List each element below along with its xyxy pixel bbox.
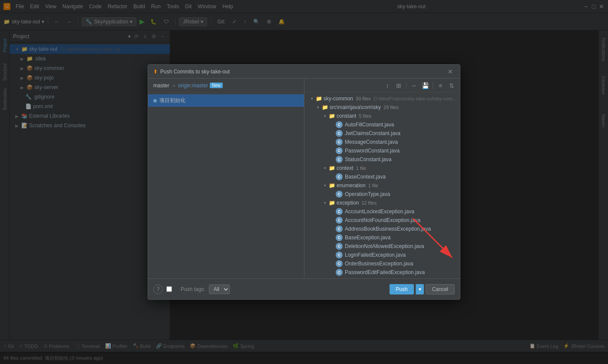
- file-row-context[interactable]: ▾ 📁 context 1 file: [304, 164, 460, 172]
- file-row-deletion[interactable]: ▾ C DeletionNotAllowedException.java: [304, 242, 460, 251]
- login-failed-java-icon: C: [336, 251, 343, 258]
- exception-count: 12 files: [361, 200, 377, 205]
- base-exception-java-icon: C: [336, 234, 343, 241]
- branch-from: master: [153, 83, 169, 89]
- expand-all-btn[interactable]: ↕: [383, 81, 392, 90]
- deletion-java-icon: C: [336, 243, 343, 250]
- dialog-right-toolbar: ↕ ⊞ ↔ 💾 ≡ ⇅: [304, 79, 460, 93]
- addressbook-name: AddressBookBusinessException.java: [345, 226, 431, 232]
- file-row-login-failed[interactable]: ▾ C LoginFailedException.java: [304, 251, 460, 259]
- push-button[interactable]: Push: [390, 284, 413, 295]
- commit-item-0[interactable]: 项目初始化: [148, 94, 304, 107]
- dialog-close-btn[interactable]: ✕: [446, 67, 455, 76]
- sky-common-tree-arrow: ▾: [309, 96, 315, 101]
- jwt-java-icon: C: [336, 130, 343, 137]
- push-dialog: ⬆ Push Commits to sky-take-out ✕ master …: [148, 64, 460, 300]
- src-name: src\main\java\com\sky: [330, 104, 381, 110]
- branch-origin[interactable]: origin: [178, 83, 191, 89]
- file-row-operation-type[interactable]: ▾ C OperationType.java: [304, 190, 460, 199]
- push-dropdown-btn[interactable]: ▾: [416, 284, 424, 295]
- addressbook-java-icon: C: [336, 225, 343, 232]
- file-row-exception[interactable]: ▾ 📁 exception 12 files: [304, 199, 460, 207]
- tags-select[interactable]: All: [209, 285, 230, 294]
- account-notfound-name: AccountNotFoundException.java: [345, 217, 420, 223]
- toolbar-sep2: [433, 82, 433, 89]
- password-edit-java-icon: C: [336, 269, 343, 276]
- push-tags-label: Push tags:: [181, 286, 205, 292]
- dialog-branch-header: master → origin : master New: [148, 79, 304, 93]
- context-name: context: [337, 165, 354, 171]
- file-row-base-context[interactable]: ▾ C BaseContext.java: [304, 172, 460, 181]
- file-row-account-notfound[interactable]: ▾ C AccountNotFoundException.java: [304, 216, 460, 225]
- filter-btn[interactable]: ≡: [436, 81, 445, 90]
- dialog-left-panel: master → origin : master New 项目初始化: [148, 79, 304, 278]
- file-row-enumeration[interactable]: ▾ 📁 enumeration 1 file: [304, 181, 460, 190]
- toolbar-sep: [406, 82, 406, 89]
- cancel-button[interactable]: Cancel: [426, 284, 455, 295]
- status-const-name: StatusConstant.java: [345, 156, 391, 162]
- account-locked-java-icon: C: [336, 208, 343, 215]
- password-edit-name: PasswordEditFailedException.java: [345, 269, 425, 275]
- branch-to[interactable]: master: [192, 83, 208, 89]
- branch-arrow: →: [171, 83, 176, 89]
- dialog-titlebar: ⬆ Push Commits to sky-take-out ✕: [148, 65, 460, 79]
- status-const-java-icon: C: [336, 156, 343, 163]
- sort-btn[interactable]: ⇅: [447, 81, 456, 90]
- file-row-sky-common[interactable]: ▾ 📁 sky-common 30 files D:\IdeaProjects\…: [304, 94, 460, 103]
- operation-type-name: OperationType.java: [345, 191, 390, 197]
- context-folder-icon: 📁: [329, 165, 336, 171]
- base-context-name: BaseContext.java: [345, 174, 386, 180]
- message-name: MessageConstant.java: [345, 139, 398, 145]
- footer-buttons: Push ▾ Cancel: [390, 284, 455, 295]
- enumeration-count: 1 file: [368, 183, 378, 188]
- file-row-order[interactable]: ▾ C OrderBusinessException.java: [304, 259, 460, 268]
- file-row-constant[interactable]: ▾ 📁 constant 5 files: [304, 112, 460, 120]
- help-btn[interactable]: ?: [153, 285, 163, 294]
- src-arrow: ▾: [315, 105, 321, 109]
- context-arrow: ▾: [322, 166, 328, 170]
- file-row-jwt[interactable]: ▾ C JwtClaimsConstant.java: [304, 129, 460, 138]
- file-row-status-const[interactable]: ▾ C StatusConstant.java: [304, 155, 460, 164]
- file-row-password-const[interactable]: ▾ C PasswordConstant.java: [304, 146, 460, 155]
- file-row-account-locked[interactable]: ▾ C AccountLockedException.java: [304, 207, 460, 216]
- diff-btn[interactable]: ↔: [409, 81, 419, 90]
- enumeration-folder-icon: 📁: [329, 182, 336, 189]
- sky-common-path: D:\IdeaProjects\sky-take-out\sky-com...: [373, 96, 456, 101]
- password-const-name: PasswordConstant.java: [345, 148, 400, 154]
- save-btn[interactable]: 💾: [420, 81, 430, 90]
- sky-common-folder-icon: 📁: [316, 96, 323, 102]
- new-badge: New: [210, 83, 223, 88]
- operation-type-java-icon: C: [336, 191, 343, 198]
- commit-list: 项目初始化: [148, 93, 304, 278]
- autofill-java-icon: C: [336, 121, 343, 128]
- dialog-icon: ⬆: [153, 69, 158, 75]
- dialog-title: Push Commits to sky-take-out: [160, 69, 446, 75]
- account-notfound-java-icon: C: [336, 217, 343, 224]
- constant-count: 5 files: [359, 113, 371, 119]
- enumeration-arrow: ▾: [322, 183, 328, 188]
- src-count: 29 files: [383, 105, 399, 110]
- dialog-body: master → origin : master New 项目初始化: [148, 79, 460, 278]
- file-row-base-exception[interactable]: ▾ C BaseException.java: [304, 233, 460, 242]
- deletion-name: DeletionNotAllowedException.java: [345, 243, 424, 249]
- order-name: OrderBusinessException.java: [345, 261, 413, 267]
- file-row-message[interactable]: ▾ C MessageConstant.java: [304, 138, 460, 146]
- dialog-right-panel: ↕ ⊞ ↔ 💾 ≡ ⇅ ▾ 📁 sky-common: [304, 79, 460, 278]
- commit-dot: [153, 99, 157, 103]
- push-tags-checkbox[interactable]: [166, 286, 172, 292]
- file-row-addressbook[interactable]: ▾ C AddressBookBusinessException.java: [304, 225, 460, 233]
- base-exception-name: BaseException.java: [345, 235, 390, 241]
- file-row-password-edit[interactable]: ▾ C PasswordEditFailedException.java: [304, 268, 460, 277]
- exception-name: exception: [337, 200, 359, 206]
- base-context-java-icon: C: [336, 173, 343, 180]
- exception-arrow: ▾: [322, 201, 328, 205]
- file-row-autofill[interactable]: ▾ C AutoFillConstant.java: [304, 120, 460, 129]
- order-java-icon: C: [336, 260, 343, 267]
- sky-common-count: 30 files: [356, 96, 371, 101]
- sky-common-name: sky-common: [324, 96, 353, 102]
- dialog-footer: ? Push tags: All Push ▾ Cancel: [148, 278, 460, 299]
- commit-message: 项目初始化: [159, 97, 185, 104]
- file-row-src[interactable]: ▾ 📁 src\main\java\com\sky 29 files: [304, 103, 460, 112]
- group-btn[interactable]: ⊞: [394, 81, 403, 90]
- file-tree: ▾ 📁 sky-common 30 files D:\IdeaProjects\…: [304, 93, 460, 278]
